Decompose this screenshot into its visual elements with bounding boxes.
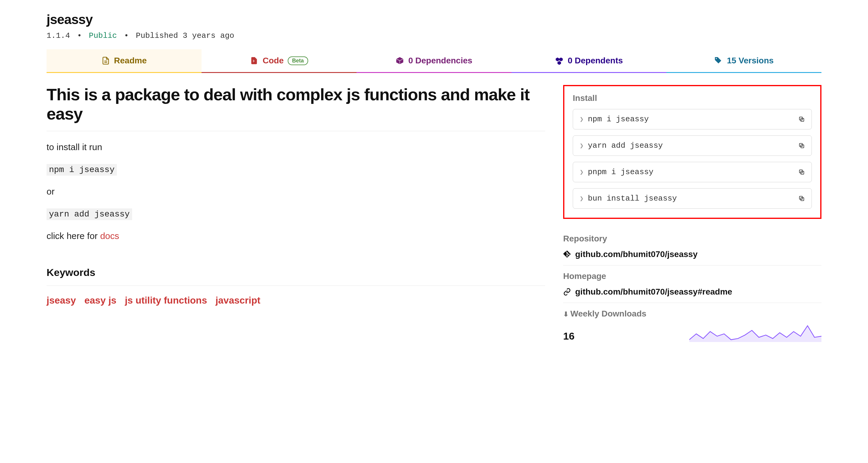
copy-icon[interactable] — [798, 195, 805, 202]
keyword-item[interactable]: javascript — [215, 295, 260, 306]
chevron-right-icon: ❯ — [580, 142, 584, 150]
tab-readme[interactable]: Readme — [46, 49, 202, 73]
install-cmd-yarn[interactable]: ❯ yarn add jseassy — [573, 135, 812, 156]
tab-versions-label: 15 Versions — [727, 56, 774, 65]
box-icon — [396, 57, 404, 65]
package-title: jseassy — [46, 12, 822, 27]
install-cmd-text: bun install jseassy — [588, 194, 798, 203]
git-icon — [563, 250, 571, 258]
meta-separator: • — [77, 31, 82, 40]
keyword-item[interactable]: easy js — [84, 295, 117, 306]
copy-icon[interactable] — [798, 116, 805, 123]
chevron-right-icon: ❯ — [580, 194, 584, 203]
chevron-right-icon: ❯ — [580, 168, 584, 176]
keyword-item[interactable]: js utility functions — [125, 295, 207, 306]
readme-or: or — [46, 185, 545, 198]
readme-install-text: to install it run — [46, 140, 545, 154]
tab-dependencies[interactable]: 0 Dependencies — [356, 49, 512, 73]
file-zip-icon — [250, 57, 258, 65]
homepage-link[interactable]: github.com/bhumit070/jseassy#readme — [575, 287, 732, 297]
boxes-icon — [555, 57, 563, 65]
tab-code-label: Code — [262, 56, 283, 65]
downloads-section: ⬇Weekly Downloads 16 — [563, 303, 822, 348]
repository-section: Repository github.com/bhumit070/jseassy — [563, 228, 822, 266]
downloads-heading-text: Weekly Downloads — [570, 309, 646, 318]
tags-icon — [714, 57, 723, 65]
repository-heading: Repository — [563, 234, 822, 244]
install-cmd-text: yarn add jseassy — [588, 141, 798, 150]
keywords-heading: Keywords — [46, 267, 545, 286]
readme-cmd-yarn: yarn add jseassy — [46, 208, 132, 220]
tab-dependents-label: 0 Dependents — [568, 56, 623, 65]
chevron-right-icon: ❯ — [580, 115, 584, 123]
install-panel: Install ❯ npm i jseassy ❯ yarn add jseas… — [563, 85, 822, 219]
install-cmd-bun[interactable]: ❯ bun install jseassy — [573, 188, 812, 209]
package-version: 1.1.4 — [46, 31, 70, 40]
meta-separator: • — [124, 31, 129, 40]
tab-dependents[interactable]: 0 Dependents — [512, 49, 666, 73]
readme-docs-line: click here for docs — [46, 229, 545, 243]
package-published: Published 3 years ago — [136, 31, 234, 40]
readme-heading: This is a package to deal with complex j… — [46, 85, 545, 131]
docs-link[interactable]: docs — [100, 231, 119, 241]
install-cmd-text: pnpm i jseassy — [588, 167, 798, 177]
package-visibility: Public — [89, 31, 117, 40]
svg-rect-4 — [253, 61, 254, 62]
tab-versions[interactable]: 15 Versions — [666, 49, 822, 73]
install-cmd-text: npm i jseassy — [588, 115, 798, 124]
homepage-section: Homepage github.com/bhumit070/jseassy#re… — [563, 266, 822, 303]
svg-point-5 — [716, 58, 717, 59]
file-icon — [101, 57, 110, 65]
svg-rect-2 — [253, 60, 254, 61]
repository-link[interactable]: github.com/bhumit070/jseassy — [575, 249, 698, 259]
install-cmd-npm[interactable]: ❯ npm i jseassy — [573, 109, 812, 129]
beta-badge: Beta — [288, 57, 308, 65]
copy-icon[interactable] — [798, 142, 805, 149]
readme-docs-prefix: click here for — [46, 231, 100, 241]
package-meta: 1.1.4 • Public • Published 3 years ago — [46, 31, 822, 40]
tab-readme-label: Readme — [114, 56, 147, 65]
keyword-item[interactable]: jseasy — [46, 295, 76, 306]
tab-dependencies-label: 0 Dependencies — [408, 56, 472, 65]
svg-rect-3 — [254, 61, 254, 61]
install-heading: Install — [573, 93, 812, 103]
copy-icon[interactable] — [798, 169, 805, 175]
keywords-list: jseasy easy js js utility functions java… — [46, 295, 545, 306]
downloads-value: 16 — [563, 330, 575, 342]
tabs-bar: Readme Code Beta 0 Dependencies 0 Depend… — [46, 49, 822, 73]
downloads-sparkline — [689, 325, 822, 342]
downloads-heading: ⬇Weekly Downloads — [563, 309, 822, 318]
install-cmd-pnpm[interactable]: ❯ pnpm i jseassy — [573, 162, 812, 182]
download-icon: ⬇ — [563, 310, 568, 318]
homepage-heading: Homepage — [563, 272, 822, 281]
readme-cmd-npm: npm i jseassy — [46, 164, 117, 176]
link-icon — [563, 288, 571, 296]
tab-code[interactable]: Code Beta — [202, 49, 356, 73]
